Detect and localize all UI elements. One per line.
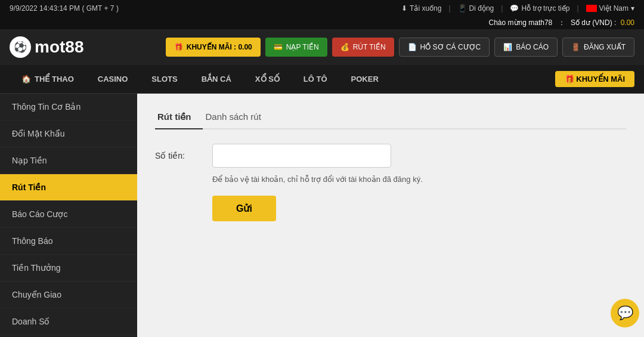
greeting-bar: Chào mừng math78 ： Số dư (VND) : 0.00 — [0, 17, 644, 29]
money-icon: 💰 — [340, 43, 349, 51]
nav-lo-to[interactable]: LÔ TÔ — [292, 65, 339, 94]
layout: Thông Tin Cơ Bản Đổi Mật Khẩu Nạp Tiền R… — [0, 94, 644, 337]
sidebar-item-thong-bao[interactable]: Thông Báo — [0, 228, 137, 255]
content-area: Rút tiền Danh sách rút Số tiền: Để bảo v… — [137, 94, 644, 337]
country-selector[interactable]: Việt Nam ▾ — [586, 4, 634, 13]
promo-button[interactable]: 🎁 KHUYẾN MÃI — [555, 71, 634, 87]
download-link[interactable]: ⬇ Tải xuống — [401, 4, 441, 13]
chat-bubble-icon: 💬 — [617, 305, 633, 321]
nap-tien-button[interactable]: 💳 NẠP TIỀN — [265, 38, 327, 57]
rut-tien-header-button[interactable]: 💰 RÚT TIỀN — [332, 38, 394, 57]
file-icon: 📄 — [408, 43, 417, 51]
nav-slots[interactable]: SLOTS — [140, 65, 189, 94]
amount-input[interactable] — [212, 144, 391, 168]
tab-rut-tien[interactable]: Rút tiền — [155, 106, 203, 129]
chat-bubble-button[interactable]: 💬 — [611, 299, 639, 327]
header-nav: 🎁 KHUYẾN MÃI : 0.00 💳 NẠP TIỀN 💰 RÚT TIỀ… — [166, 38, 634, 57]
ho-so-button[interactable]: 📄 HỒ SƠ CÁ CƯỢC — [399, 38, 490, 57]
nav-casino[interactable]: CASINO — [86, 65, 140, 94]
amount-row: Số tiền: — [155, 144, 626, 168]
sidebar-item-doi-mat-khau[interactable]: Đổi Mật Khẩu — [0, 120, 137, 147]
sidebar-item-doanh-so[interactable]: Doanh Số — [0, 308, 137, 335]
sidebar-item-nap-tien[interactable]: Nạp Tiền — [0, 147, 137, 174]
support-link[interactable]: 💬 Hỗ trợ trực tiếp — [510, 4, 569, 13]
chart-icon: 📊 — [503, 43, 512, 51]
nav-the-thao[interactable]: 🏠 THỂ THAO — [10, 65, 86, 94]
tab-danh-sach-rut[interactable]: Danh sách rút — [203, 106, 273, 129]
main-nav: 🏠 THỂ THAO CASINO SLOTS BẮN CÁ XỔ SỐ LÔ … — [0, 65, 644, 94]
gift-icon: 🎁 — [174, 43, 183, 51]
sidebar-item-bao-cao-cuoc[interactable]: Báo Cáo Cược — [0, 201, 137, 228]
khuyen-mai-button[interactable]: 🎁 KHUYẾN MÃI : 0.00 — [166, 38, 261, 57]
mobile-icon: 📱 — [458, 4, 467, 13]
top-bar-right: ⬇ Tải xuống | 📱 Di động | 💬 Hỗ trợ trực … — [401, 4, 634, 13]
download-icon: ⬇ — [401, 4, 407, 13]
vietnam-flag — [586, 5, 597, 12]
home-icon: 🏠 — [21, 75, 31, 84]
header: ⚽ mot88 🎁 KHUYẾN MÃI : 0.00 💳 NẠP TIỀN 💰… — [0, 29, 644, 65]
sidebar-item-thong-tin[interactable]: Thông Tin Cơ Bản — [0, 94, 137, 120]
sidebar-item-rut-tien[interactable]: Rút Tiền — [0, 174, 137, 201]
nav-poker[interactable]: POKER — [339, 65, 391, 94]
nav-xo-so[interactable]: XỔ SỐ — [243, 65, 292, 94]
datetime: 9/9/2022 14:43:14 PM ( GMT + 7 ) — [10, 4, 119, 13]
logo-icon: ⚽ — [10, 36, 31, 58]
chat-icon: 💬 — [510, 4, 519, 13]
nav-ban-ca[interactable]: BẮN CÁ — [190, 65, 243, 94]
top-bar: 9/9/2022 14:43:14 PM ( GMT + 7 ) ⬇ Tải x… — [0, 0, 644, 17]
wallet-icon: 💳 — [274, 43, 283, 51]
mobile-link[interactable]: 📱 Di động — [458, 4, 494, 13]
sidebar-item-chuyen-giao[interactable]: Chuyển Giao — [0, 282, 137, 308]
bao-cao-button[interactable]: 📊 BÁO CÁO — [494, 38, 558, 57]
chevron-down-icon: ▾ — [631, 4, 634, 13]
logo[interactable]: ⚽ mot88 — [10, 36, 83, 58]
submit-button[interactable]: Gửi — [212, 196, 276, 221]
content-tabs: Rút tiền Danh sách rút — [155, 106, 626, 129]
amount-label: Số tiền: — [155, 151, 203, 160]
form-note: Để bảo vệ tài khoản, chỉ hỗ trợ đổi với … — [212, 175, 626, 184]
dang-xuat-button[interactable]: 🚪 ĐĂNG XUẤT — [562, 38, 634, 57]
sidebar: Thông Tin Cơ Bản Đổi Mật Khẩu Nạp Tiền R… — [0, 94, 137, 337]
logout-icon: 🚪 — [571, 43, 580, 51]
sidebar-item-tien-thuong[interactable]: Tiền Thưởng — [0, 255, 137, 282]
